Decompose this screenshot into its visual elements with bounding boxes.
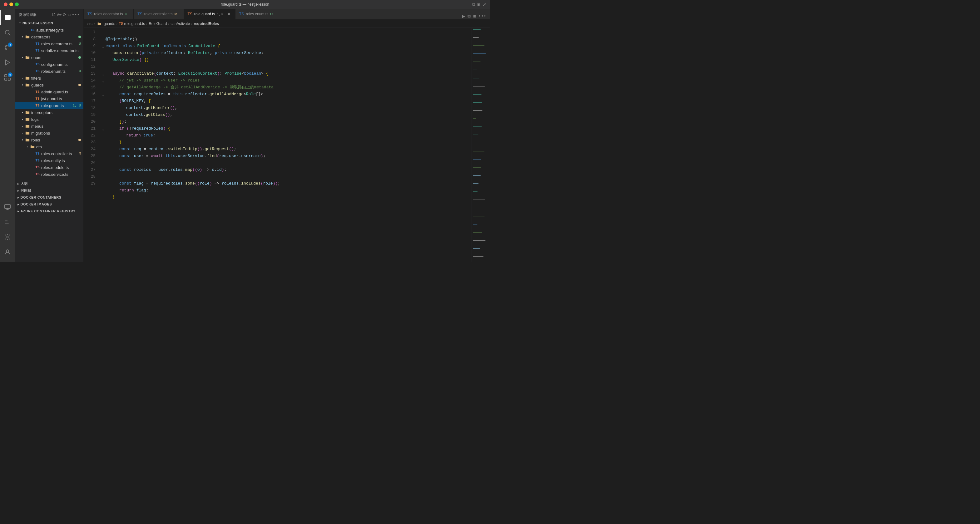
breadcrumb-item-method[interactable]: canActivate [170,22,190,26]
tab-roles-controller[interactable]: TS roles.controller.ts M [134,9,184,19]
split-icon[interactable]: ⧉ [472,2,475,7]
folder-icon [25,76,30,81]
folder-interceptors[interactable]: ▸ interceptors [15,109,83,116]
folder-guards[interactable]: ▾ guards [15,81,83,88]
file-config-enum[interactable]: ▸ TS config.enum.ts [15,61,83,68]
section-timeline[interactable]: ▸ 时间线 [15,187,83,194]
file-roles-module[interactable]: ▸ TS roles.module.ts [15,164,83,171]
fold-arrow-13[interactable]: ▾ [100,77,105,86]
folder-label: guards [31,83,78,88]
collapse-icon[interactable]: ⊟ [68,12,70,18]
section-docker-images[interactable]: ▸ DOCKER IMAGES [15,201,83,208]
folder-menus[interactable]: ▸ menus [15,123,83,130]
split-editor-icon[interactable]: ⧉ [468,14,471,19]
decorators-dot [78,36,81,38]
activity-icon-extensions[interactable]: 5 [0,70,15,85]
tab-roles-decorator[interactable]: TS roles.decorator.ts U [84,9,134,19]
breadcrumb-item-var[interactable]: requiredRoles [194,22,219,26]
breadcrumb-folder-icon [97,21,102,26]
folder-arrow: ▾ [20,83,25,88]
activity-icon-account[interactable] [0,245,15,260]
folder-filters[interactable]: ▸ filters [15,75,83,81]
close-button[interactable] [4,3,8,6]
folder-migrations[interactable]: ▸ migrations [15,130,83,137]
outline-label: 大纲 [21,182,28,186]
refresh-icon[interactable]: ⟳ [63,12,67,18]
code-line: ▾ const requiredRoles = this.reflector.g… [99,91,471,98]
file-admin-guard[interactable]: ▸ TS admin.guard.ts [15,88,83,95]
folder-label: roles [31,138,78,142]
file-roles-entity[interactable]: ▸ TS roles.entity.ts [15,157,83,164]
breadcrumb-sep: › [168,22,169,26]
project-root[interactable]: ▾ NESTJS-LESSON [15,20,83,27]
fold-arrow-15[interactable]: ▾ [100,91,105,100]
activity-icon-debug[interactable] [0,55,15,70]
folder-logs[interactable]: ▸ logs [15,116,83,123]
minimize-button[interactable] [10,3,13,6]
fold-arrow-9[interactable]: ▾ [100,43,105,51]
tab-role-guard[interactable]: TS role.guard.ts 1, U ✕ [184,9,235,19]
file-roles-controller[interactable]: ▸ TS roles.controller.ts M [15,150,83,157]
more-icon[interactable]: ••• [72,12,80,18]
file-auth-strategy[interactable]: ▸ TS auth.strategy.ts [15,27,83,33]
activity-icon-settings[interactable] [0,229,15,245]
minimap [471,28,490,262]
svg-point-14 [6,236,8,238]
window-right-controls: ⧉ ▣ ⤢ [472,2,486,7]
title-bar: role.guard.ts — nestjs-lesson ⧉ ▣ ⤢ [0,0,490,9]
activity-icon-files[interactable] [0,10,15,25]
docker-images-label: DOCKER IMAGES [21,202,52,206]
layout-icon[interactable]: ▣ [477,2,480,7]
code-content[interactable]: ▾ ▾ @Injectable() ▾ export class RoleGua… [99,28,471,262]
file-roles-service[interactable]: ▸ TS roles.service.ts [15,171,83,178]
expand-icon[interactable]: ⤢ [482,2,486,7]
code-line: ▾ [99,173,471,180]
activity-icon-git[interactable]: 4 [0,40,15,55]
breadcrumb-item-class[interactable]: RoleGuard [149,22,167,26]
file-roles-decorator[interactable]: ▸ TS roles.decorator.ts U [15,40,83,47]
ts-orange-icon: TS [35,89,40,94]
file-roles-enum[interactable]: ▸ TS roles.enum.ts U [15,68,83,75]
folder-roles[interactable]: ▾ roles [15,137,83,143]
activity-icon-search[interactable] [0,25,15,40]
run-icon[interactable]: ▶ [462,13,465,19]
more-actions-icon[interactable]: ••• [479,14,486,19]
file-label: auth.strategy.ts [36,28,83,32]
tab-roles-enum[interactable]: TS roles.enum.ts U [235,9,279,19]
file-jwt-guard[interactable]: ▸ TS jwt.guard.ts [15,95,83,102]
code-line: ▾ constructor(private reflector: Reflect… [99,49,471,57]
ts-icon: TS [35,62,40,67]
breadcrumb-item-src[interactable]: src [88,22,92,26]
activity-icon-docker[interactable] [0,215,15,229]
new-folder-icon[interactable]: 🗁 [57,12,62,18]
folder-enum[interactable]: ▸ enum [15,54,83,61]
tab-label: roles.enum.ts [246,12,268,16]
section-docker-containers[interactable]: ▸ DOCKER CONTAINERS [15,194,83,201]
code-line: ▾ const flag = requiredRoles.some((role)… [99,180,471,187]
fold-arrow-19[interactable]: ▾ [100,125,105,134]
activity-icon-remote[interactable] [0,199,15,215]
folder-icon [25,124,30,129]
breadcrumb-item-file[interactable]: role.guard.ts [124,22,145,26]
section-azure-registry[interactable]: ▸ AZURE CONTAINER REGISTRY [15,208,83,215]
new-file-icon[interactable]: 🗋 [51,12,56,18]
code-editor: 7 8 9 10 11 12 13 14 15 16 17 18 19 20 2… [84,28,490,262]
section-outline[interactable]: ▸ 大纲 [15,180,83,187]
folder-label: enum [31,55,78,60]
svg-rect-7 [4,75,6,77]
code-line: ▾ // jwt -> userId -> user -> roles [99,77,471,84]
line-numbers: 7 8 9 10 11 12 13 14 15 16 17 18 19 20 2… [84,28,99,262]
folder-icon [25,83,30,88]
tab-close-button[interactable]: ✕ [226,11,231,16]
folder-dto[interactable]: ▸ dto [15,143,83,150]
breadcrumb-item-guards[interactable]: guards [104,22,115,26]
window-controls [4,3,19,6]
editor-layout-icon[interactable]: ⊞ [473,14,476,19]
window-title: role.guard.ts — nestjs-lesson [221,2,269,6]
file-role-guard[interactable]: ▸ TS role.guard.ts 1, U [15,102,83,109]
folder-decorators[interactable]: ▾ decorators [15,33,83,40]
file-serialize-decorator[interactable]: ▸ TS serialize.decorator.ts [15,47,83,54]
editor-area: TS roles.decorator.ts U TS roles.control… [84,9,490,262]
code-line: ▾ [99,64,471,70]
maximize-button[interactable] [15,3,19,6]
